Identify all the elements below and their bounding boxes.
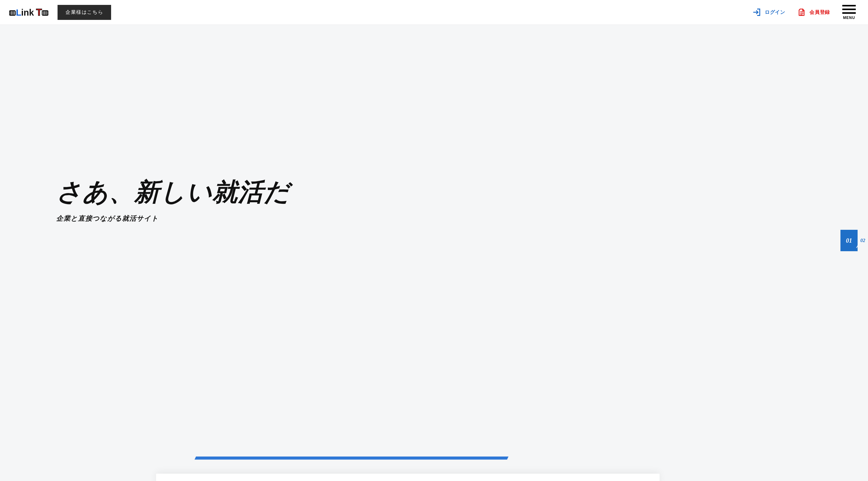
- svg-text:ink: ink: [21, 8, 34, 18]
- hero-section: さあ、新しい就活だ 企業と直接つながる就活サイト: [0, 0, 868, 481]
- brand-logo[interactable]: L ink T: [9, 5, 49, 19]
- signup-link[interactable]: 会員登録: [797, 8, 830, 17]
- bottom-panel-peek: [156, 474, 659, 481]
- logo-svg: L ink T: [9, 5, 49, 19]
- slide-next-number: 02: [860, 238, 865, 243]
- slide-current-number: 01: [846, 237, 852, 244]
- hero-subtitle: 企業と直接つながる就活サイト: [56, 214, 290, 223]
- header-actions: ログイン 会員登録 MENU: [753, 5, 856, 20]
- hero-copy: さあ、新しい就活だ 企業と直接つながる就活サイト: [56, 179, 290, 223]
- site-header: L ink T 企業様はこちら ログイン: [0, 0, 868, 25]
- hamburger-icon: [842, 5, 856, 14]
- hero-title: さあ、新しい就活だ: [56, 179, 290, 206]
- login-link[interactable]: ログイン: [753, 8, 785, 17]
- login-label: ログイン: [765, 9, 785, 15]
- svg-text:T: T: [36, 7, 42, 18]
- signup-label: 会員登録: [810, 9, 830, 15]
- slide-current[interactable]: 01: [840, 230, 858, 251]
- signup-icon: [797, 8, 806, 17]
- menu-label: MENU: [843, 15, 855, 20]
- svg-text:L: L: [16, 8, 22, 18]
- menu-button[interactable]: MENU: [842, 5, 856, 20]
- company-cta-button[interactable]: 企業様はこちら: [58, 5, 111, 20]
- accent-underline: [195, 456, 509, 459]
- slide-indicator: 01 02: [840, 230, 868, 251]
- slide-next[interactable]: 02: [858, 230, 868, 251]
- login-icon: [753, 8, 761, 17]
